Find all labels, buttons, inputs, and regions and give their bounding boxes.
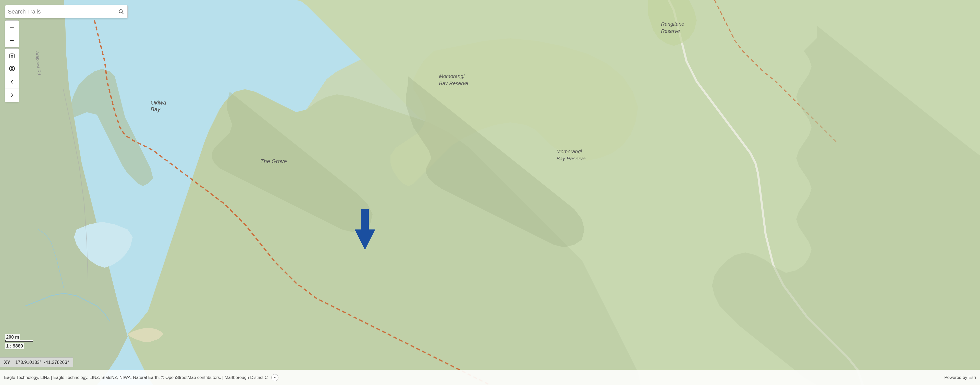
map-container[interactable]: + −: [0, 0, 980, 385]
attribution-expand-button[interactable]: [271, 374, 278, 381]
svg-line-2: [122, 13, 123, 14]
home-button[interactable]: [5, 49, 19, 62]
zoom-controls: + −: [5, 21, 18, 48]
compass-button[interactable]: [5, 62, 19, 75]
back-button[interactable]: [5, 75, 19, 89]
zoom-in-button[interactable]: +: [5, 21, 19, 34]
map-svg: [0, 0, 980, 385]
nav-controls: [5, 48, 18, 102]
search-button[interactable]: [117, 8, 125, 16]
svg-point-1: [119, 10, 123, 13]
map-controls: + −: [5, 5, 127, 103]
zoom-out-button[interactable]: −: [5, 34, 19, 47]
search-input[interactable]: [8, 8, 117, 15]
search-bar[interactable]: [5, 5, 127, 18]
forward-button[interactable]: [5, 89, 19, 102]
